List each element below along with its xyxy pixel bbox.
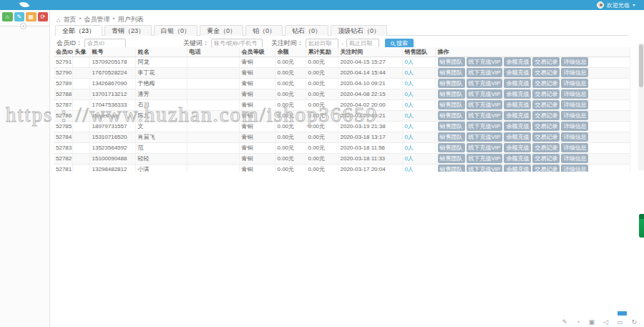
home-icon: ⌂	[57, 16, 60, 24]
offline-recharge-vip-button[interactable]: 线下充值VIP	[467, 57, 503, 67]
balance-recharge-button[interactable]: 余额充值	[504, 79, 531, 88]
sales-team-button[interactable]: 销售团队	[438, 154, 465, 163]
detail-info-button[interactable]: 详细信息	[561, 79, 588, 88]
column-header: 会员等级	[239, 47, 275, 57]
sidebar-collapse-toggle[interactable]: «	[20, 23, 26, 29]
offline-recharge-vip-button[interactable]: 线下充值VIP	[467, 79, 503, 88]
breadcrumb-item[interactable]: 首页	[63, 15, 76, 24]
vertical-scrollbar[interactable]	[638, 43, 644, 170]
taskbar-blue-chip[interactable]	[618, 311, 627, 316]
offline-recharge-vip-button[interactable]: 线下充值VIP	[467, 143, 503, 152]
sales-team-button[interactable]: 销售团队	[438, 122, 465, 131]
chevron-down-icon	[633, 4, 635, 6]
refresh-button[interactable]: ⟳	[38, 12, 49, 21]
home-button[interactable]: ⌂	[2, 12, 13, 21]
avatar-cell	[72, 99, 89, 110]
tab-all[interactable]: 全部（23）	[55, 25, 102, 36]
balance-recharge-button[interactable]: 余额充值	[504, 68, 531, 77]
table-row: 52786zhiyeshan陈九青铜0.00元0.00元2020-03-20 1…	[54, 110, 630, 121]
clock-icon[interactable]: ◔	[576, 318, 580, 326]
logo-icon[interactable]	[19, 0, 29, 9]
detail-info-button[interactable]: 详细信息	[561, 143, 588, 152]
detail-info-button[interactable]: 详细信息	[561, 122, 588, 131]
offline-recharge-vip-button[interactable]: 线下充值VIP	[467, 68, 503, 77]
breadcrumb: ⌂ 首页•会员管理•用户列表	[57, 15, 144, 24]
sales-team-button[interactable]: 销售团队	[438, 111, 465, 120]
scrollbar-thumb[interactable]	[639, 44, 643, 87]
refresh-icon[interactable]: ↻	[631, 318, 637, 326]
offline-recharge-vip-button[interactable]: 线下充值VIP	[467, 165, 503, 172]
sales-team-button[interactable]: 销售团队	[438, 143, 465, 152]
sales-team-button[interactable]: 销售团队	[438, 132, 465, 142]
transaction-log-button[interactable]: 交易记录	[532, 165, 560, 172]
refresh-icon: ⟳	[40, 14, 45, 20]
phone-cell	[187, 121, 239, 132]
breadcrumb-item[interactable]: 用户列表	[118, 15, 144, 24]
member-id-cell: 52784	[54, 132, 72, 142]
offline-recharge-vip-button[interactable]: 线下充值VIP	[467, 100, 503, 109]
detail-info-button[interactable]: 详细信息	[561, 165, 588, 172]
balance-recharge-button[interactable]: 余额充值	[504, 111, 531, 120]
apps-button[interactable]: ▦	[26, 12, 36, 21]
transaction-log-button[interactable]: 交易记录	[532, 122, 560, 131]
table-row: 5278813701713212潘芳青铜0.00元0.00元2020-04-08…	[54, 89, 630, 99]
level-cell: 青铜	[239, 110, 275, 121]
account-cell: 13298482812	[89, 164, 135, 172]
balance-recharge-button[interactable]: 余额充值	[504, 122, 531, 131]
balance-recharge-button[interactable]: 余额充值	[504, 100, 531, 109]
transaction-log-button[interactable]: 交易记录	[532, 111, 560, 120]
tab-bronze[interactable]: 青铜（23）	[104, 25, 152, 36]
tab-platinum[interactable]: 铂（0）	[245, 25, 283, 36]
pen-icon[interactable]: ✎	[562, 318, 568, 326]
balance-recharge-button[interactable]: 余额充值	[504, 89, 531, 99]
transaction-log-button[interactable]: 交易记录	[532, 143, 560, 152]
detail-info-button[interactable]: 详细信息	[561, 111, 588, 120]
tab-silver[interactable]: 白银（0）	[154, 25, 197, 36]
transaction-log-button[interactable]: 交易记录	[532, 100, 560, 109]
sales-team-button[interactable]: 销售团队	[438, 57, 465, 67]
transaction-log-button[interactable]: 交易记录	[532, 89, 560, 99]
offline-recharge-vip-button[interactable]: 线下充值VIP	[467, 154, 503, 163]
transaction-log-button[interactable]: 交易记录	[532, 79, 560, 88]
edge-widget-handle[interactable]	[639, 214, 644, 238]
balance-recharge-button[interactable]: 余额充值	[504, 132, 531, 142]
edit-button[interactable]: ✎	[14, 12, 25, 21]
window-icon[interactable]: ▭	[617, 318, 623, 326]
tab-gold[interactable]: 黄金（0）	[200, 25, 243, 36]
offline-recharge-vip-button[interactable]: 线下充值VIP	[467, 122, 503, 131]
transaction-log-button[interactable]: 交易记录	[532, 68, 560, 77]
transaction-log-button[interactable]: 交易记录	[532, 154, 560, 163]
column-header: 关注时间	[338, 47, 402, 57]
balance-recharge-button[interactable]: 余额充值	[504, 165, 531, 172]
volume-icon[interactable]: ◁	[603, 318, 608, 326]
balance-cell: 0.00元	[275, 110, 306, 121]
offline-recharge-vip-button[interactable]: 线下充值VIP	[467, 89, 503, 99]
screenshot-icon[interactable]: ▣	[589, 318, 595, 326]
breadcrumb-item[interactable]: 会员管理	[84, 15, 110, 24]
sales-team-button[interactable]: 销售团队	[438, 79, 465, 88]
reward-cell: 0.00元	[306, 99, 338, 110]
sales-team-button[interactable]: 销售团队	[438, 68, 465, 77]
detail-info-button[interactable]: 详细信息	[561, 57, 588, 67]
balance-recharge-button[interactable]: 余额充值	[504, 154, 531, 163]
detail-info-button[interactable]: 详细信息	[561, 100, 588, 109]
tab-top-diamond[interactable]: 顶级钻石（0）	[331, 25, 387, 36]
balance-recharge-button[interactable]: 余额充值	[504, 143, 531, 152]
detail-info-button[interactable]: 详细信息	[561, 68, 588, 77]
user-menu[interactable]: 欢迎光临	[597, 1, 635, 9]
sales-team-button[interactable]: 销售团队	[438, 165, 465, 172]
tab-diamond[interactable]: 钻石（0）	[285, 25, 328, 36]
detail-info-button[interactable]: 详细信息	[561, 154, 588, 163]
detail-info-button[interactable]: 详细信息	[561, 89, 588, 99]
offline-recharge-vip-button[interactable]: 线下充值VIP	[467, 132, 503, 142]
row-actions: 销售团队线下充值VIP余额充值交易记录详细信息	[435, 78, 630, 89]
sales-team-button[interactable]: 销售团队	[438, 100, 465, 109]
main-content: ⌂ 首页•会员管理•用户列表 全部（23）青铜（23）白银（0）黄金（0）铂（0…	[51, 10, 644, 327]
transaction-log-button[interactable]: 交易记录	[532, 57, 560, 67]
name-cell: 文	[135, 121, 187, 132]
offline-recharge-vip-button[interactable]: 线下充值VIP	[467, 111, 503, 120]
sales-team-button[interactable]: 销售团队	[438, 89, 465, 99]
balance-recharge-button[interactable]: 余额充值	[504, 57, 531, 67]
detail-info-button[interactable]: 详细信息	[561, 132, 588, 142]
transaction-log-button[interactable]: 交易记录	[532, 132, 560, 142]
